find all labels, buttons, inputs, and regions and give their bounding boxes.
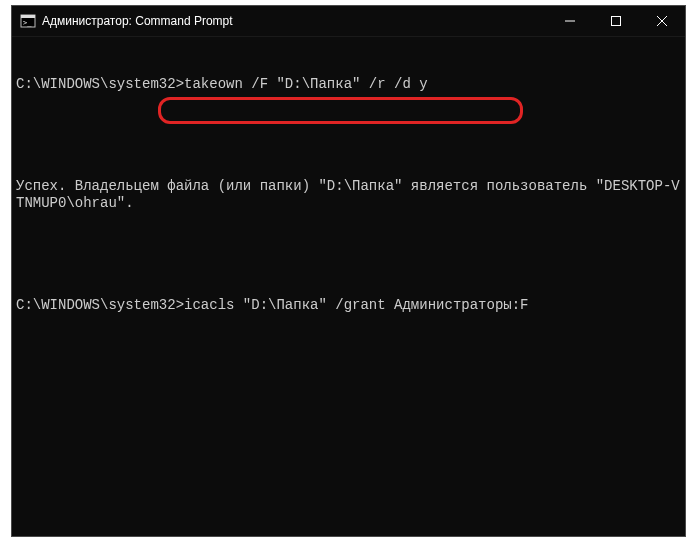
command-text: icacls "D:\Папка" /grant Администраторы:… [184, 297, 528, 313]
terminal-output[interactable]: C:\WINDOWS\system32>takeown /F "D:\Папка… [12, 36, 685, 536]
window-controls [547, 6, 685, 36]
maximize-button[interactable] [593, 6, 639, 36]
blank-line [16, 246, 681, 263]
blank-line [16, 127, 681, 144]
terminal-line: C:\WINDOWS\system32>icacls "D:\Папка" /g… [16, 297, 681, 314]
prompt-text: C:\WINDOWS\system32> [16, 297, 184, 313]
svg-text:>_: >_ [23, 19, 32, 27]
terminal-line: C:\WINDOWS\system32>takeown /F "D:\Папка… [16, 76, 681, 93]
output-text: Успех. Владельцем файла (или папки) "D:\… [16, 178, 680, 211]
svg-rect-1 [21, 15, 35, 18]
window-title: Администратор: Command Prompt [42, 14, 233, 28]
svg-rect-4 [612, 17, 621, 26]
prompt-text: C:\WINDOWS\system32> [16, 76, 184, 92]
minimize-button[interactable] [547, 6, 593, 36]
command-prompt-window: >_ Администратор: Command Prompt C:\WIND… [11, 5, 686, 537]
cmd-icon: >_ [20, 13, 36, 29]
command-text: takeown /F "D:\Папка" /r /d y [184, 76, 428, 92]
titlebar[interactable]: >_ Администратор: Command Prompt [12, 6, 685, 36]
terminal-line: Успех. Владельцем файла (или папки) "D:\… [16, 178, 681, 212]
close-button[interactable] [639, 6, 685, 36]
